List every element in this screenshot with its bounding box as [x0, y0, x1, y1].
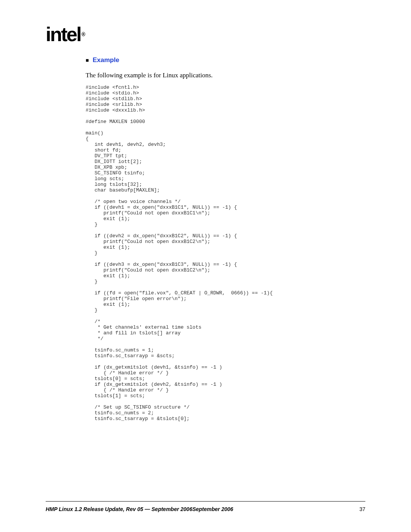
registered-mark: ®	[81, 31, 85, 37]
intel-logo: intel®	[46, 23, 84, 46]
heading-text: Example	[92, 56, 119, 64]
page-footer: HMP Linux 1.2 Release Update, Rev 05 — S…	[46, 506, 365, 512]
footer-title: HMP Linux 1.2 Release Update, Rev 05 — S…	[46, 506, 233, 512]
bullet-icon: ■	[86, 57, 89, 63]
intro-paragraph: The following example is for Linux appli…	[86, 72, 213, 79]
page-number: 37	[359, 506, 365, 512]
footer-rule	[46, 501, 365, 502]
document-page: intel® ■Example The following example is…	[0, 0, 411, 532]
section-heading: ■Example	[86, 56, 119, 64]
code-block: #include <fcntl.h> #include <stdio.h> #i…	[86, 85, 272, 422]
logo-text: intel	[46, 23, 81, 45]
